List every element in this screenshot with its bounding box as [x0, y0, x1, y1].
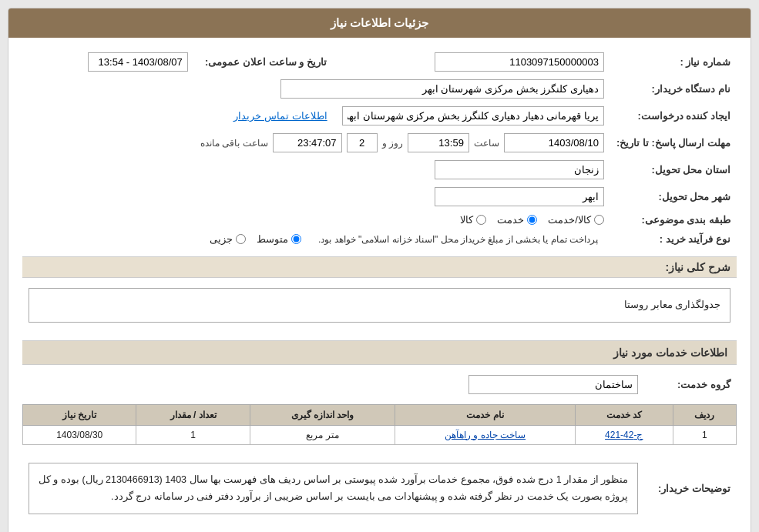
- purchase-type-jozii-option[interactable]: جزیی: [210, 233, 246, 245]
- description-box: جدولگذاری معابر روستا: [29, 288, 730, 323]
- buyer-notes-label: توضیحات خریدار:: [644, 453, 737, 524]
- services-section-header: اطلاعات خدمات مورد نیاز: [22, 340, 737, 365]
- row-qty: 1: [136, 425, 250, 444]
- purchase-type-radio-group: جزیی متوسط: [210, 233, 312, 245]
- city-label: شهر محل تحویل:: [610, 183, 737, 210]
- category-kala-khedmat-option[interactable]: کالا/خدمت: [548, 214, 604, 226]
- purchase-type-label: نوع فرآیند خرید :: [610, 229, 737, 249]
- city-input[interactable]: [435, 187, 604, 206]
- description-text: جدولگذاری معابر روستا: [624, 299, 720, 310]
- category-kala-option[interactable]: کالا: [460, 214, 486, 226]
- deadline-timer-input[interactable]: [273, 133, 342, 152]
- request-number-input[interactable]: [435, 52, 604, 72]
- service-group-label: گروه خدمت:: [644, 371, 737, 398]
- page-title: جزئیات اطلاعات نیاز: [8, 8, 751, 38]
- purchase-type-mottaset-label: متوسط: [257, 233, 288, 245]
- purchase-type-jozii-radio[interactable]: [236, 234, 246, 244]
- deadline-days-label: روز و: [382, 138, 403, 149]
- services-table: ردیف کد خدمت نام خدمت واحد اندازه گیری ت…: [22, 404, 737, 445]
- announce-label: تاریخ و ساعت اعلان عمومی:: [194, 49, 333, 75]
- contact-link[interactable]: اطلاعات تماس خریدار: [233, 110, 327, 122]
- request-number-label: شماره نیاز :: [610, 49, 737, 75]
- deadline-remaining-label: ساعت باقی مانده: [200, 138, 268, 149]
- col-header-code: کد خدمت: [575, 404, 673, 425]
- purchase-type-jozii-label: جزیی: [210, 233, 233, 245]
- deadline-time-label: ساعت: [474, 138, 499, 149]
- deadline-date-input[interactable]: [504, 133, 604, 152]
- category-khedmat-label: خدمت: [497, 214, 524, 226]
- row-number: 1: [673, 425, 736, 444]
- announce-date-input[interactable]: [88, 52, 188, 72]
- category-label: طبقه بندی موضوعی:: [610, 210, 737, 229]
- creator-input[interactable]: [342, 106, 604, 125]
- service-group-input[interactable]: [468, 375, 638, 394]
- buyer-notes-text: منظور از مقدار 1 درج شده فوق، مجموع خدما…: [29, 463, 638, 514]
- purchase-type-note: پرداخت تمام یا بخشی از مبلغ خریداز محل "…: [318, 234, 598, 245]
- row-code[interactable]: ج-42-421: [575, 425, 673, 444]
- province-label: استان محل تحویل:: [610, 156, 737, 183]
- col-header-date: تاریخ نیاز: [23, 404, 136, 425]
- creator-label: ایجاد کننده درخواست:: [610, 102, 737, 129]
- col-header-name: نام خدمت: [395, 404, 575, 425]
- purchase-type-mottaset-radio[interactable]: [291, 234, 301, 244]
- agency-input[interactable]: [280, 79, 604, 99]
- row-unit: متر مربع: [250, 425, 395, 444]
- province-input[interactable]: [435, 160, 604, 179]
- category-kala-khedmat-label: کالا/خدمت: [548, 214, 591, 226]
- table-row: 1 ج-42-421 ساخت جاده و راهآهن متر مربع 1…: [23, 425, 737, 444]
- category-khedmat-radio[interactable]: [527, 215, 537, 225]
- category-radio-group: کالا خدمت کالا/خدمت: [29, 214, 604, 226]
- agency-label: نام دستگاه خریدار:: [610, 75, 737, 102]
- col-header-qty: تعداد / مقدار: [136, 404, 250, 425]
- category-kala-radio[interactable]: [476, 215, 486, 225]
- col-header-unit: واحد اندازه گیری: [250, 404, 395, 425]
- category-khedmat-option[interactable]: خدمت: [497, 214, 537, 226]
- row-date: 1403/08/30: [23, 425, 136, 444]
- category-kala-khedmat-radio[interactable]: [594, 215, 604, 225]
- deadline-label: مهلت ارسال پاسخ: تا تاریخ:: [610, 129, 737, 156]
- col-header-row: ردیف: [673, 404, 736, 425]
- category-kala-label: کالا: [460, 214, 473, 226]
- purchase-type-mottaset-option[interactable]: متوسط: [257, 233, 301, 245]
- description-section-header: شرح کلی نیاز:: [22, 257, 737, 278]
- deadline-time-input[interactable]: [408, 133, 469, 152]
- row-name[interactable]: ساخت جاده و راهآهن: [395, 425, 575, 444]
- deadline-days-input[interactable]: [347, 133, 378, 152]
